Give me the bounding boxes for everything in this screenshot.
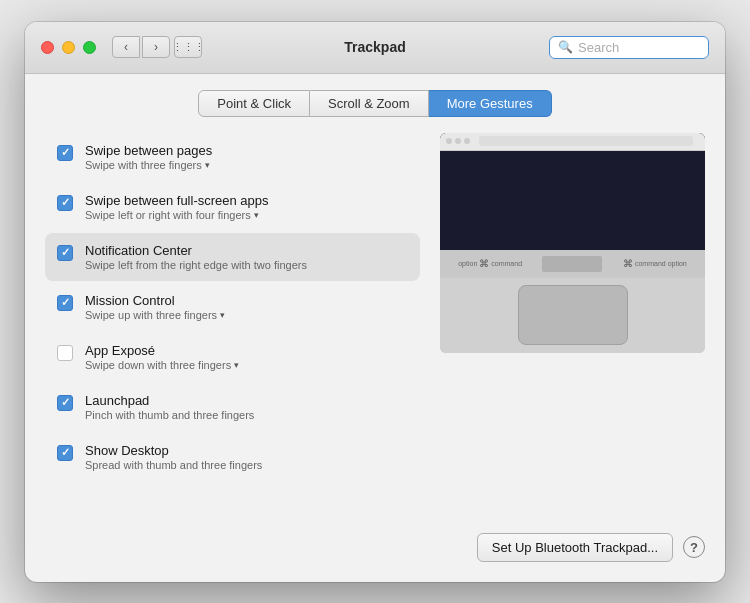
- maximize-button[interactable]: [83, 41, 96, 54]
- sub-swipe-pages: Swipe with three fingers ▾: [85, 159, 212, 171]
- key-cmd-right: ⌘: [623, 258, 633, 269]
- dropdown-arrow-app-expose[interactable]: ▾: [234, 360, 239, 370]
- key-cmd-label-left: command: [491, 260, 522, 268]
- traffic-lights: [41, 41, 96, 54]
- titlebar: ‹ › ⋮⋮⋮ Trackpad 🔍: [25, 22, 725, 74]
- forward-button[interactable]: ›: [142, 36, 170, 58]
- trackpad-visual-area: [440, 278, 705, 353]
- minimize-button[interactable]: [62, 41, 75, 54]
- tab-point-click[interactable]: Point & Click: [198, 90, 310, 117]
- photo-grid: [440, 151, 705, 159]
- key-cmd-label-right: command: [635, 260, 666, 268]
- setting-text-swipe-pages: Swipe between pages Swipe with three fin…: [85, 143, 212, 171]
- checkbox-app-expose[interactable]: [57, 345, 73, 361]
- browser-dot-1: [446, 138, 452, 144]
- label-notification-center: Notification Center: [85, 243, 307, 258]
- label-show-desktop: Show Desktop: [85, 443, 262, 458]
- label-launchpad: Launchpad: [85, 393, 254, 408]
- checkbox-mission-control[interactable]: [57, 295, 73, 311]
- keyboard-area: option ⌘ command ⌘ command option: [440, 250, 705, 278]
- main-window: ‹ › ⋮⋮⋮ Trackpad 🔍 Point & Click Scroll …: [25, 22, 725, 582]
- setting-swipe-pages: Swipe between pages Swipe with three fin…: [45, 133, 420, 181]
- tab-more-gestures[interactable]: More Gestures: [429, 90, 552, 117]
- browser-dot-2: [455, 138, 461, 144]
- search-box[interactable]: 🔍: [549, 36, 709, 59]
- grid-button[interactable]: ⋮⋮⋮: [174, 36, 202, 58]
- setting-show-desktop: Show Desktop Spread with thumb and three…: [45, 433, 420, 481]
- key-cmd-left: ⌘: [479, 258, 489, 269]
- label-swipe-apps: Swipe between full-screen apps: [85, 193, 269, 208]
- key-option-left: option: [458, 260, 477, 268]
- window-title: Trackpad: [344, 39, 405, 55]
- close-button[interactable]: [41, 41, 54, 54]
- sub-launchpad: Pinch with thumb and three fingers: [85, 409, 254, 421]
- checkbox-swipe-apps[interactable]: [57, 195, 73, 211]
- browser-address: [479, 136, 693, 146]
- dropdown-arrow-swipe-apps[interactable]: ▾: [254, 210, 259, 220]
- grid-icon: ⋮⋮⋮: [172, 41, 205, 54]
- browser-chrome: [440, 133, 705, 151]
- setting-notification-center: Notification Center Swipe left from the …: [45, 233, 420, 281]
- nav-buttons: ‹ ›: [112, 36, 170, 58]
- back-button[interactable]: ‹: [112, 36, 140, 58]
- search-input[interactable]: [578, 40, 700, 55]
- setting-app-expose: App Exposé Swipe down with three fingers…: [45, 333, 420, 381]
- setting-text-app-expose: App Exposé Swipe down with three fingers…: [85, 343, 239, 371]
- sub-show-desktop: Spread with thumb and three fingers: [85, 459, 262, 471]
- checkbox-swipe-pages[interactable]: [57, 145, 73, 161]
- setting-text-swipe-apps: Swipe between full-screen apps Swipe lef…: [85, 193, 269, 221]
- search-icon: 🔍: [558, 40, 573, 54]
- settings-list: Swipe between pages Swipe with three fin…: [45, 133, 420, 519]
- checkbox-show-desktop[interactable]: [57, 445, 73, 461]
- setup-bluetooth-button[interactable]: Set Up Bluetooth Trackpad...: [477, 533, 673, 562]
- setting-text-notification-center: Notification Center Swipe left from the …: [85, 243, 307, 271]
- tab-bar: Point & Click Scroll & Zoom More Gesture…: [45, 90, 705, 117]
- setting-swipe-apps: Swipe between full-screen apps Swipe lef…: [45, 183, 420, 231]
- label-mission-control: Mission Control: [85, 293, 225, 308]
- dropdown-arrow-mission-control[interactable]: ▾: [220, 310, 225, 320]
- main-area: Swipe between pages Swipe with three fin…: [45, 133, 705, 519]
- checkbox-launchpad[interactable]: [57, 395, 73, 411]
- label-app-expose: App Exposé: [85, 343, 239, 358]
- setting-text-show-desktop: Show Desktop Spread with thumb and three…: [85, 443, 262, 471]
- trackpad-visual: [518, 285, 628, 345]
- key-left: option ⌘ command: [458, 258, 522, 269]
- forward-icon: ›: [154, 40, 158, 54]
- sub-mission-control: Swipe up with three fingers ▾: [85, 309, 225, 321]
- back-icon: ‹: [124, 40, 128, 54]
- spacebar: [542, 256, 602, 272]
- checkbox-notification-center[interactable]: [57, 245, 73, 261]
- dropdown-arrow-swipe-pages[interactable]: ▾: [205, 160, 210, 170]
- sub-notification-center: Swipe left from the right edge with two …: [85, 259, 307, 271]
- browser-dot-3: [464, 138, 470, 144]
- content-area: Point & Click Scroll & Zoom More Gesture…: [25, 74, 725, 582]
- screen-content: [440, 133, 705, 250]
- setting-launchpad: Launchpad Pinch with thumb and three fin…: [45, 383, 420, 431]
- help-button[interactable]: ?: [683, 536, 705, 558]
- setting-text-launchpad: Launchpad Pinch with thumb and three fin…: [85, 393, 254, 421]
- tab-scroll-zoom[interactable]: Scroll & Zoom: [310, 90, 429, 117]
- preview-area: option ⌘ command ⌘ command option: [440, 133, 705, 519]
- key-option-right: option: [668, 260, 687, 268]
- sub-app-expose: Swipe down with three fingers ▾: [85, 359, 239, 371]
- mac-preview: option ⌘ command ⌘ command option: [440, 133, 705, 353]
- label-swipe-pages: Swipe between pages: [85, 143, 212, 158]
- setting-text-mission-control: Mission Control Swipe up with three fing…: [85, 293, 225, 321]
- key-right: ⌘ command option: [623, 258, 687, 269]
- sub-swipe-apps: Swipe left or right with four fingers ▾: [85, 209, 269, 221]
- bottom-bar: Set Up Bluetooth Trackpad... ?: [45, 519, 705, 562]
- setting-mission-control: Mission Control Swipe up with three fing…: [45, 283, 420, 331]
